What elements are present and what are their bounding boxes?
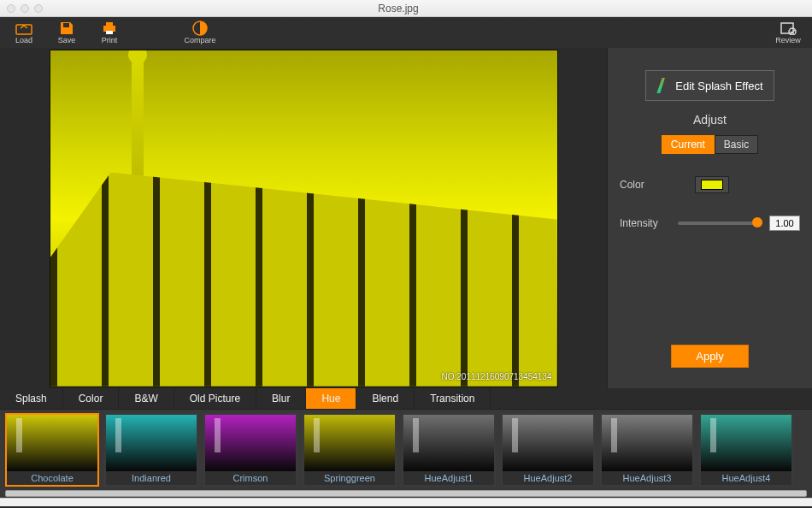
- preset-thumb-image: [7, 415, 97, 471]
- preset-springgreen[interactable]: Springgreen: [303, 413, 397, 487]
- svg-rect-2: [103, 26, 115, 32]
- print-icon: [101, 21, 118, 36]
- preset-caption: HueAdjust1: [403, 471, 494, 485]
- print-button[interactable]: Print: [92, 18, 127, 47]
- image-canvas[interactable]: NO:20111216090713454134: [50, 50, 558, 387]
- preset-thumb-image: [205, 415, 296, 471]
- preset-thumb-image: [602, 415, 692, 471]
- preset-thumb-image: [304, 415, 395, 471]
- svg-rect-3: [106, 22, 113, 26]
- compare-label: Compare: [184, 36, 215, 44]
- subtab-basic[interactable]: Basic: [715, 135, 758, 154]
- preset-thumb-image: [403, 415, 494, 471]
- titlebar: Rose.jpg: [0, 0, 812, 17]
- svg-rect-4: [106, 31, 113, 34]
- strip-scrollbar[interactable]: [5, 490, 807, 497]
- effect-tab-color[interactable]: Color: [63, 388, 120, 409]
- preset-caption: HueAdjust4: [701, 471, 791, 485]
- preset-thumb-image: [503, 415, 593, 471]
- preset-crimson[interactable]: Crimson: [203, 413, 297, 487]
- edit-splash-label: Edit Splash Effect: [675, 80, 762, 92]
- panel-title: Adjust: [620, 113, 800, 127]
- preset-chocolate[interactable]: Chocolate: [5, 413, 99, 487]
- save-label: Save: [58, 36, 76, 44]
- compare-button[interactable]: Compare: [183, 18, 217, 47]
- preset-thumb-image: [701, 415, 791, 471]
- preset-hueadjust4[interactable]: HueAdjust4: [699, 413, 793, 487]
- canvas-wrap: NO:20111216090713454134: [0, 48, 607, 388]
- review-icon: [780, 21, 797, 36]
- print-label: Print: [102, 36, 118, 44]
- save-button[interactable]: Save: [50, 18, 84, 47]
- preset-hueadjust2[interactable]: HueAdjust2: [501, 413, 595, 487]
- bottom-bar: [0, 498, 812, 506]
- preset-strip[interactable]: ChocolateIndianredCrimsonSpringgreenHueA…: [5, 413, 807, 488]
- brush-icon: [656, 78, 670, 93]
- preset-thumb-image: [106, 415, 197, 471]
- intensity-slider[interactable]: [678, 222, 762, 225]
- load-label: Load: [15, 36, 32, 44]
- slider-knob[interactable]: [752, 217, 762, 227]
- review-button[interactable]: Review: [771, 18, 805, 47]
- preset-caption: Springgreen: [304, 471, 395, 485]
- compare-icon: [191, 21, 209, 36]
- effect-tab-blur[interactable]: Blur: [256, 388, 306, 409]
- image-watermark: NO:20111216090713454134: [441, 372, 551, 381]
- preset-hueadjust1[interactable]: HueAdjust1: [402, 413, 496, 487]
- preset-caption: HueAdjust3: [602, 471, 692, 485]
- load-icon: [15, 21, 32, 36]
- effect-tab-blend[interactable]: Blend: [356, 388, 415, 409]
- preset-caption: Indianred: [106, 471, 197, 485]
- color-label: Color: [620, 179, 668, 191]
- preset-caption: HueAdjust2: [503, 471, 593, 485]
- color-row: Color: [620, 176, 800, 193]
- preset-caption: Chocolate: [7, 471, 97, 485]
- main-toolbar: Load Save Print Compare Review: [0, 17, 812, 48]
- effect-tab-transition[interactable]: Transition: [415, 388, 491, 409]
- color-swatch-button[interactable]: [695, 176, 729, 193]
- effect-tab-splash[interactable]: Splash: [0, 388, 63, 409]
- save-icon: [58, 21, 75, 36]
- svg-rect-1: [63, 23, 69, 27]
- adjust-panel: Edit Splash Effect Adjust Current Basic …: [607, 48, 812, 388]
- preset-indianred[interactable]: Indianred: [104, 413, 198, 487]
- intensity-row: Intensity: [620, 216, 800, 231]
- subtab-current[interactable]: Current: [662, 135, 715, 154]
- intensity-value[interactable]: [769, 216, 800, 231]
- window-title: Rose.jpg: [0, 3, 805, 15]
- review-label: Review: [775, 36, 801, 44]
- apply-button[interactable]: Apply: [671, 345, 749, 368]
- effect-tab-hue[interactable]: Hue: [306, 388, 356, 409]
- adjust-subtabs: Current Basic: [620, 135, 800, 154]
- color-swatch: [701, 180, 723, 190]
- svg-point-7: [789, 28, 796, 35]
- main-area: NO:20111216090713454134 Edit Splash Effe…: [0, 48, 812, 388]
- effect-tabs: SplashColorB&WOld PictureBlurHueBlendTra…: [0, 388, 812, 409]
- preset-strip-wrap: ChocolateIndianredCrimsonSpringgreenHueA…: [0, 409, 812, 498]
- intensity-label: Intensity: [620, 217, 668, 229]
- edit-splash-button[interactable]: Edit Splash Effect: [645, 70, 774, 101]
- effect-tab-b-w[interactable]: B&W: [119, 388, 174, 409]
- load-button[interactable]: Load: [7, 18, 41, 47]
- preset-hueadjust3[interactable]: HueAdjust3: [600, 413, 694, 487]
- preset-caption: Crimson: [205, 471, 296, 485]
- effect-tab-old-picture[interactable]: Old Picture: [174, 388, 256, 409]
